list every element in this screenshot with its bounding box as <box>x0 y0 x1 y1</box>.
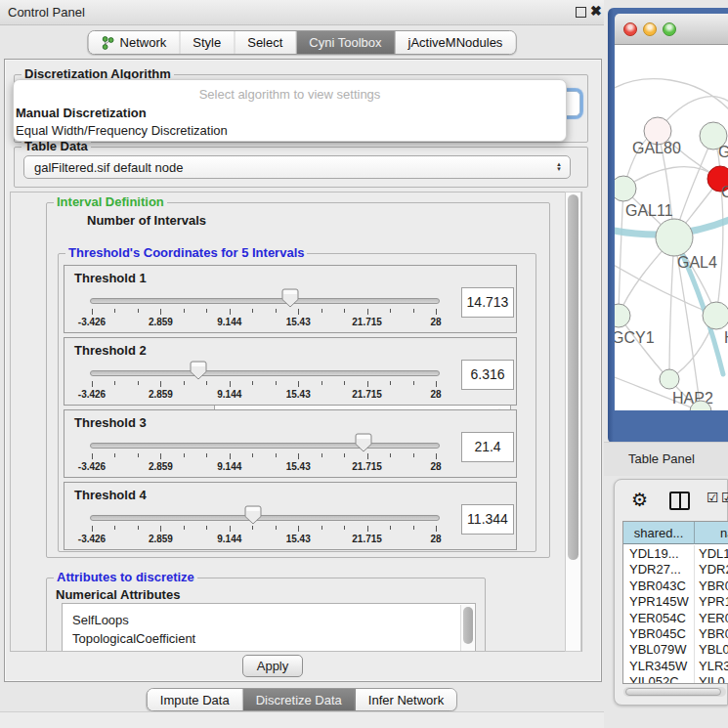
slider-tick <box>230 381 231 387</box>
threshold-2-value[interactable]: 6.316 <box>461 360 514 390</box>
slider-tick <box>344 453 345 457</box>
network-edge[interactable] <box>669 237 674 379</box>
zoom-traffic-light[interactable] <box>663 22 676 36</box>
slider-tick <box>230 453 231 459</box>
table-cell[interactable]: YBR045C <box>629 625 695 642</box>
network-node-gal4[interactable] <box>656 219 693 256</box>
threshold-1-slider-thumb[interactable] <box>281 288 299 308</box>
threshold-panel-3: Threshold 3-3.4262.8599.14415.4321.71528… <box>64 409 517 478</box>
control-panel-titlebar: Control Panel ✖ <box>0 0 604 25</box>
slider-tick <box>184 526 185 530</box>
attribute-item-selfloops[interactable]: SelfLoops <box>72 611 129 629</box>
network-node-hap2[interactable] <box>660 369 679 389</box>
table-cell[interactable]: YPR1 <box>699 593 728 610</box>
network-node-gal11[interactable] <box>615 176 636 201</box>
popup-item-equal-width-frequency-discretization[interactable]: Equal Width/Frequency Discretization <box>16 123 228 138</box>
table-cell[interactable]: YDL1 <box>699 545 728 562</box>
tab-select[interactable]: Select <box>235 31 296 54</box>
threshold-2-slider-track[interactable] <box>90 370 440 376</box>
gear-icon[interactable]: ⚙ <box>631 489 648 511</box>
column-header-na[interactable]: na <box>695 522 728 544</box>
tab-infer-network[interactable]: Infer Network <box>356 689 456 710</box>
table-cell[interactable]: YIL0 <box>699 673 728 684</box>
columns-icon[interactable] <box>669 492 690 510</box>
attributes-group-title: Attributes to discretize <box>54 571 197 584</box>
attribute-item-betweennesscentrality[interactable]: BetweennessCentrality <box>72 648 202 652</box>
tab-style[interactable]: Style <box>180 31 235 54</box>
tab-impute-data[interactable]: Impute Data <box>148 689 243 710</box>
slider-tick <box>230 526 231 532</box>
network-node-label: C <box>721 184 728 200</box>
table-horizontal-scrollbar[interactable] <box>623 687 726 697</box>
threshold-3-slider-track[interactable] <box>90 443 440 449</box>
settings-scrollbar-thumb[interactable] <box>568 194 578 560</box>
threshold-1-slider-track[interactable] <box>90 298 440 304</box>
network-icon <box>102 35 115 51</box>
slider-tick <box>92 381 93 387</box>
slider-tick <box>276 526 277 530</box>
table-cell[interactable]: YDL19... <box>629 545 695 562</box>
checkbox-icon[interactable]: ☑ <box>707 490 719 505</box>
attribute-item-topologicalcoefficient[interactable]: TopologicalCoefficient <box>72 629 195 648</box>
table-data-select[interactable]: galFiltered.sif default node ▲▼ <box>23 155 571 179</box>
table-cell[interactable]: YDR27... <box>629 561 695 578</box>
network-edge[interactable] <box>619 189 623 316</box>
table-cell[interactable]: YBL0 <box>699 641 728 658</box>
attributes-scrollbar-thumb[interactable] <box>463 607 473 644</box>
tab-cyni-toolbox[interactable]: Cyni Toolbox <box>296 31 395 54</box>
threshold-3-value[interactable]: 21.4 <box>461 432 514 462</box>
network-node-h[interactable] <box>703 302 728 329</box>
tab-select-label: Select <box>247 35 282 50</box>
table-cell[interactable]: YER054C <box>629 610 695 626</box>
popup-item-manual-discretization[interactable]: Manual Discretization <box>16 106 147 120</box>
tab-network[interactable]: Network <box>89 31 181 54</box>
table-cell[interactable]: YBL079W <box>629 641 695 658</box>
table-cell[interactable]: YBR0 <box>699 625 728 642</box>
apply-button[interactable]: Apply <box>242 655 303 677</box>
slider-tick-label: 28 <box>407 461 465 472</box>
network-edge[interactable] <box>615 79 728 110</box>
network-node-label: H <box>724 329 728 346</box>
slider-tick <box>413 526 414 530</box>
tab-discretize-data[interactable]: Discretize Data <box>243 689 356 710</box>
slider-tick <box>160 453 161 459</box>
network-canvas[interactable]: GAL80GACGAL11GAL4GCY1HHAP2 <box>615 45 728 410</box>
threshold-1-value[interactable]: 14.713 <box>461 287 514 318</box>
network-node-gcy1[interactable] <box>615 304 630 327</box>
table-cell[interactable]: YDR2 <box>699 561 728 578</box>
threshold-4-value[interactable]: 11.344 <box>461 504 514 535</box>
slider-tick-label: 28 <box>407 317 465 327</box>
minimize-traffic-light[interactable] <box>643 22 657 36</box>
threshold-2-slider-thumb[interactable] <box>190 361 207 380</box>
network-node-label: GAL4 <box>677 254 717 271</box>
close-icon[interactable]: ✖ <box>590 3 602 19</box>
network-edge[interactable] <box>623 167 720 189</box>
tab-jactivemnodules[interactable]: jActiveMNodules <box>396 31 516 54</box>
table-cell[interactable]: YPR145W <box>629 593 695 610</box>
table-cell[interactable]: YLR3 <box>699 658 728 674</box>
table-cell[interactable]: YBR043C <box>629 578 695 594</box>
checkbox-icon[interactable]: ☑ <box>721 490 728 505</box>
table-cell[interactable]: YIL052C <box>629 673 695 684</box>
numerical-attributes-list[interactable]: SelfLoopsTopologicalCoefficientBetweenne… <box>62 603 476 652</box>
float-window-icon[interactable] <box>576 7 586 18</box>
table-cell[interactable]: YER0 <box>699 610 728 626</box>
network-window-titlebar <box>615 14 728 45</box>
table-cell[interactable]: YLR345W <box>629 658 695 674</box>
slider-tick <box>367 309 368 315</box>
threshold-4-slider-thumb[interactable] <box>244 505 262 525</box>
settings-vertical-scrollbar[interactable] <box>565 192 581 652</box>
threshold-3-slider-thumb[interactable] <box>355 433 372 452</box>
network-node-label: GCY1 <box>615 329 655 346</box>
numerical-attributes-label: Numerical Attributes <box>56 587 180 602</box>
table-scrollbar-thumb[interactable] <box>625 688 721 696</box>
network-node-label: GAL11 <box>625 202 673 219</box>
threshold-3-label: Threshold 3 <box>74 415 147 430</box>
node-table: shared...naYDL19...YDL1YDR27...YDR2YBR04… <box>622 521 728 684</box>
attributes-list-scrollbar[interactable] <box>460 605 474 652</box>
table-cell[interactable]: YBR0 <box>699 578 728 594</box>
close-traffic-light[interactable] <box>623 22 637 36</box>
threshold-4-slider-track[interactable] <box>90 515 440 521</box>
slider-tick-label: 2.859 <box>131 461 190 472</box>
column-header-shared[interactable]: shared... <box>623 522 695 544</box>
